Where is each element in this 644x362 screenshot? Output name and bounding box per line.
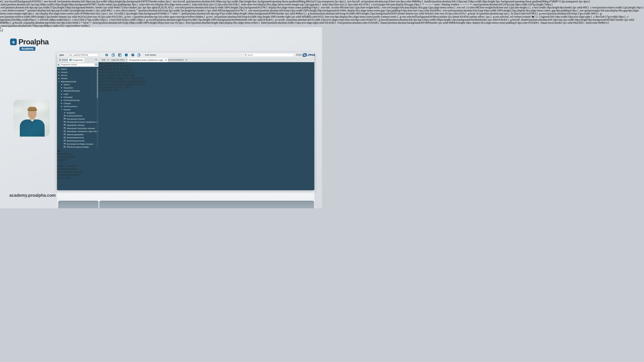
- logged-in-user: Emil Zander: [145, 54, 156, 56]
- proalpha-logo-icon: a: [10, 38, 17, 45]
- program-window-icon: [64, 115, 66, 117]
- tree-item[interactable]: Kommissionierung: [57, 99, 98, 102]
- tree-item[interactable]: Lager: [57, 92, 98, 96]
- video-frame: a Proalpha Academy academy.proalpha.com …: [0, 27, 322, 208]
- pro-logo: pro: [59, 54, 64, 56]
- settings-gear-icon[interactable]: [105, 53, 108, 57]
- close-icon[interactable]: ×: [165, 59, 166, 61]
- tree-item[interactable]: Vertrieb: [57, 71, 98, 74]
- tree-expander-icon[interactable]: [58, 78, 60, 79]
- tree-item[interactable]: Istbestände erfassen: [57, 124, 98, 127]
- proalpha-wordmark: PROαLPHA: [296, 53, 315, 57]
- presenter-shirt: [20, 119, 44, 137]
- search-icon[interactable]: [95, 63, 98, 66]
- tree-item[interactable]: Stamm: [57, 83, 98, 86]
- brand-name: Proalpha: [18, 38, 49, 46]
- tree-item[interactable]: Istbestände chaotisches Lager erfasse: [57, 130, 98, 133]
- help-icon[interactable]: ?: [131, 53, 134, 57]
- tree-expander-icon[interactable]: [61, 96, 63, 98]
- tree-expander-icon[interactable]: [61, 106, 63, 107]
- tree-item[interactable]: Chargen: [57, 102, 98, 105]
- presenter-hair: [28, 107, 37, 111]
- tree-expander-icon[interactable]: [58, 68, 60, 70]
- tab-permanente-inventur[interactable]: Permanente Inventur chaotisches Lager ×: [127, 57, 168, 62]
- window-icon[interactable]: [112, 53, 115, 57]
- academy-url: academy.proalpha.com: [10, 193, 56, 198]
- tab-programme[interactable]: Programme: [68, 57, 85, 62]
- academy-badge: Academy: [20, 47, 36, 51]
- tree-scrollbar[interactable]: [97, 67, 98, 148]
- tree-expander-icon[interactable]: [58, 71, 60, 73]
- mouse-cursor: [0, 27, 322, 33]
- program-window-icon: [64, 131, 66, 132]
- tree-expander-icon[interactable]: [61, 84, 63, 85]
- program-window-icon: [64, 124, 66, 126]
- search-icon: [245, 54, 247, 56]
- close-icon[interactable]: ×: [108, 59, 109, 61]
- bottom-panel-right: [99, 201, 314, 208]
- company-dropdown[interactable]: 110 - proELECTRO AG ▾: [68, 53, 100, 57]
- tree-item[interactable]: Service: [57, 74, 98, 77]
- tree-item[interactable]: Bewertungsschemas: [57, 139, 98, 142]
- tree-expander-icon[interactable]: [61, 103, 63, 104]
- tree-expander-icon[interactable]: [61, 90, 63, 92]
- program-search-row: ▶ Programme suchen: [57, 62, 98, 67]
- tab-teile[interactable]: Teile ×: [100, 57, 110, 62]
- tab-inventuraufnahme[interactable]: Inventuraufnahme ×: [166, 57, 188, 62]
- tree-expander-icon[interactable]: [61, 109, 63, 110]
- tree-expander-icon[interactable]: [61, 99, 63, 101]
- app-header: pro 110 - proELECTRO AG ▾ i ?: [57, 52, 314, 57]
- tree-item[interactable]: Permanente Inventur: [57, 117, 98, 121]
- tree-item[interactable]: Abwertungstabellen: [57, 133, 98, 136]
- tree-item[interactable]: Stamm: [57, 67, 98, 71]
- info-icon[interactable]: i: [124, 53, 128, 57]
- tree-horizontal-scrollbar[interactable]: ◀ ▶: [57, 149, 98, 151]
- col-bezeichnung2[interactable]: Bezeichnung 2: [107, 62, 124, 65]
- logout-door-icon[interactable]: [138, 53, 141, 57]
- star-icon: ★: [59, 59, 61, 61]
- tree-item[interactable]: Istbestände Packstücke erfassen: [57, 127, 98, 130]
- tree-item[interactable]: Einkauf: [57, 77, 98, 80]
- program-window-icon: [64, 146, 66, 148]
- tree-item[interactable]: Inventuraufnahme: [57, 114, 98, 117]
- tree-item[interactable]: Buchungsvorschläge erzeugen: [57, 142, 98, 145]
- tree-item[interactable]: WIA-Buchungsvorschläge: [57, 145, 98, 149]
- program-window-icon: [64, 128, 66, 129]
- program-tree: Stamm Vertrieb Service: [57, 67, 98, 149]
- tree-item[interactable]: Packmittel: [57, 95, 98, 99]
- layout-panel-icon[interactable]: [118, 53, 121, 57]
- program-window-icon: [64, 137, 66, 138]
- tree-item[interactable]: Disposition: [57, 86, 98, 89]
- tree-expander-icon[interactable]: [61, 93, 63, 95]
- tree-expander-icon[interactable]: [58, 75, 60, 76]
- presenter-video: [14, 100, 50, 137]
- tree-item[interactable]: Permanente Inventur chaotisches Lage: [57, 120, 98, 124]
- svg-text:?: ?: [132, 54, 133, 56]
- tree-item[interactable]: Ausgaben: [57, 111, 98, 114]
- tree-item[interactable]: Inventur: [57, 108, 98, 111]
- tree-expander-icon[interactable]: [58, 81, 60, 82]
- tree-item[interactable]: Seriennummern: [57, 105, 98, 108]
- chevron-down-icon: ▾: [98, 54, 98, 56]
- global-search[interactable]: Suche: [244, 53, 294, 57]
- tree-item[interactable]: Bestandsbewertung: [57, 136, 98, 139]
- proalpha-app: pro 110 - proELECTRO AG ▾ i ?: [57, 52, 314, 190]
- collapse-sidebar-button[interactable]: «: [95, 58, 97, 61]
- programs-icon: [70, 59, 72, 61]
- run-arrow-icon[interactable]: ▶: [58, 63, 59, 66]
- program-window-icon: [64, 134, 66, 135]
- program-window-icon: [64, 140, 66, 141]
- tree-expander-icon[interactable]: [64, 112, 66, 113]
- tree-item[interactable]: Materialwirtschaft: [57, 80, 98, 83]
- program-window-icon: [64, 118, 66, 120]
- close-icon[interactable]: ×: [186, 59, 187, 61]
- tab-lagerorte-info[interactable]: Lagerorte (Info) ×: [109, 57, 129, 62]
- proalpha-academy-logo: a Proalpha Academy: [10, 38, 49, 51]
- program-sidebar: ▶ Programme suchen Stamm: [57, 62, 98, 190]
- program-window-icon: [64, 121, 66, 123]
- search-placeholder: Suche: [248, 54, 253, 56]
- program-search-input[interactable]: Programme suchen: [60, 63, 94, 66]
- tree-item[interactable]: Werksbestellungen: [57, 89, 98, 92]
- tab-strip: ★ Favoriten Programme « Teile × Lagerort…: [57, 57, 314, 62]
- tree-expander-icon[interactable]: [61, 87, 63, 88]
